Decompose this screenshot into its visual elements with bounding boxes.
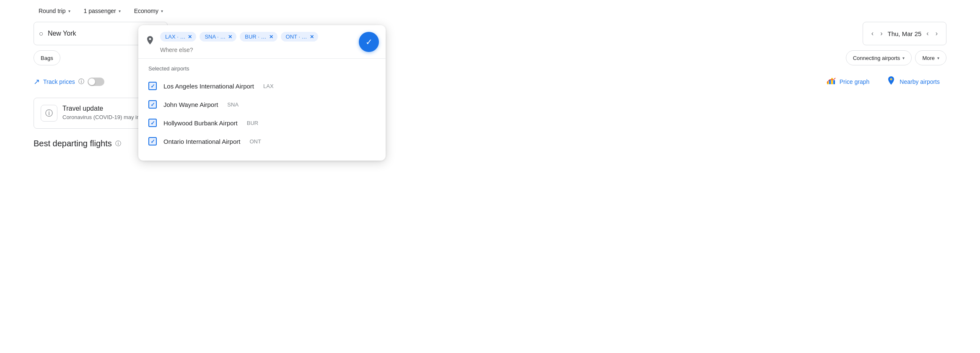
origin-input[interactable] <box>48 30 132 37</box>
airport-name-sna: John Wayne Airport <box>163 101 218 108</box>
date-prev-arrow[interactable]: ‹ <box>870 28 875 39</box>
date-field[interactable]: ‹ › Thu, Mar 25 ‹ › <box>863 22 946 45</box>
price-graph-icon <box>826 75 836 88</box>
svg-rect-1 <box>829 80 831 84</box>
track-prices-icon: ↗ <box>34 77 40 86</box>
airport-code-lax: LAX <box>263 83 274 89</box>
airport-name-ont: Ontario International Airport <box>163 138 240 145</box>
nearby-airports-label: Nearby airports <box>900 78 940 85</box>
checkbox-bur[interactable] <box>148 119 157 127</box>
date-label: Thu, Mar 25 <box>887 30 921 37</box>
airport-code-ont: ONT <box>249 138 261 145</box>
date-prev2[interactable]: ‹ <box>925 28 930 39</box>
chip-lax-label: LAX · … <box>165 34 185 40</box>
cabin-label: Economy <box>134 8 158 14</box>
svg-rect-2 <box>831 78 833 84</box>
chips-area: LAX · … ✕ SNA · … ✕ BUR · … ✕ ONT · … ✕ <box>160 32 354 53</box>
where-else-input[interactable] <box>160 47 233 53</box>
confirm-icon: ✓ <box>366 37 373 47</box>
airport-item-ont[interactable]: Ontario International Airport ONT <box>148 132 376 151</box>
more-label: More <box>922 55 935 61</box>
origin-icon: ○ <box>39 29 44 38</box>
travel-update-icon: ⓘ <box>41 105 57 122</box>
date-next-arrow-left[interactable]: › <box>879 28 884 39</box>
airport-item-bur[interactable]: Hollywood Burbank Airport BUR <box>148 114 376 132</box>
chip-lax[interactable]: LAX · … ✕ <box>160 32 196 42</box>
chip-ont-label: ONT · … <box>286 34 307 40</box>
chip-ont[interactable]: ONT · … ✕ <box>281 32 318 42</box>
airport-code-sna: SNA <box>227 101 239 108</box>
selected-airports-label: Selected airports <box>148 65 376 72</box>
airport-code-bur: BUR <box>247 120 258 126</box>
bags-label: Bags <box>41 55 53 61</box>
best-departing-info-icon[interactable]: ⓘ <box>115 140 121 148</box>
round-trip-label: Round trip <box>39 8 66 14</box>
nearby-airports-button[interactable]: Nearby airports <box>879 72 946 91</box>
chip-lax-close[interactable]: ✕ <box>188 34 192 40</box>
best-departing-title: Best departing flights <box>34 139 112 148</box>
chip-ont-close[interactable]: ✕ <box>310 34 314 40</box>
chip-bur-label: BUR · … <box>245 34 266 40</box>
airport-item-sna[interactable]: John Wayne Airport SNA <box>148 95 376 114</box>
popup-search-row: LAX · … ✕ SNA · … ✕ BUR · … ✕ ONT · … ✕ … <box>138 32 386 59</box>
passengers-chevron: ▾ <box>119 9 121 13</box>
track-prices-toggle[interactable] <box>88 78 104 86</box>
checkbox-ont[interactable] <box>148 137 157 145</box>
connecting-airports-label: Connecting airports <box>853 55 900 61</box>
chip-bur[interactable]: BUR · … ✕ <box>240 32 277 42</box>
more-button[interactable]: More ▾ <box>915 50 946 65</box>
airport-popup: LAX · … ✕ SNA · … ✕ BUR · … ✕ ONT · … ✕ … <box>138 25 386 152</box>
checkbox-sna[interactable] <box>148 100 157 109</box>
checkbox-lax[interactable] <box>148 82 157 90</box>
airport-item-lax[interactable]: Los Angeles International Airport LAX <box>148 77 376 95</box>
top-bar: Round trip ▾ 1 passenger ▾ Economy ▾ <box>0 0 980 20</box>
chip-sna-close[interactable]: ✕ <box>228 34 232 40</box>
price-graph-label: Price graph <box>840 78 870 85</box>
track-prices-info-icon[interactable]: ⓘ <box>78 78 84 86</box>
bags-button[interactable]: Bags <box>34 50 60 65</box>
cabin-dropdown[interactable]: Economy ▾ <box>129 5 168 17</box>
svg-rect-3 <box>833 80 835 84</box>
chip-bur-close[interactable]: ✕ <box>269 34 273 40</box>
chip-sna[interactable]: SNA · … ✕ <box>200 32 236 42</box>
cabin-chevron: ▾ <box>161 9 163 13</box>
popup-pin-icon <box>145 35 155 48</box>
nearby-airports-icon <box>886 75 896 88</box>
confirm-button[interactable]: ✓ <box>359 32 379 52</box>
more-chevron: ▾ <box>937 56 939 60</box>
connecting-airports-button[interactable]: Connecting airports ▾ <box>846 50 912 65</box>
airport-name-bur: Hollywood Burbank Airport <box>163 119 238 127</box>
connecting-airports-chevron: ▾ <box>902 56 905 60</box>
date-next2[interactable]: › <box>934 28 939 39</box>
round-trip-dropdown[interactable]: Round trip ▾ <box>34 5 75 17</box>
price-graph-button[interactable]: Price graph <box>819 72 876 91</box>
svg-point-4 <box>890 78 892 80</box>
airport-name-lax: Los Angeles International Airport <box>163 83 254 90</box>
chip-sna-label: SNA · … <box>205 34 226 40</box>
selected-airports-section: Selected airports Los Angeles Internatio… <box>138 59 386 151</box>
round-trip-chevron: ▾ <box>68 9 70 13</box>
track-prices-label[interactable]: Track prices <box>43 78 75 85</box>
passengers-label: 1 passenger <box>84 8 116 14</box>
passengers-dropdown[interactable]: 1 passenger ▾ <box>79 5 126 17</box>
